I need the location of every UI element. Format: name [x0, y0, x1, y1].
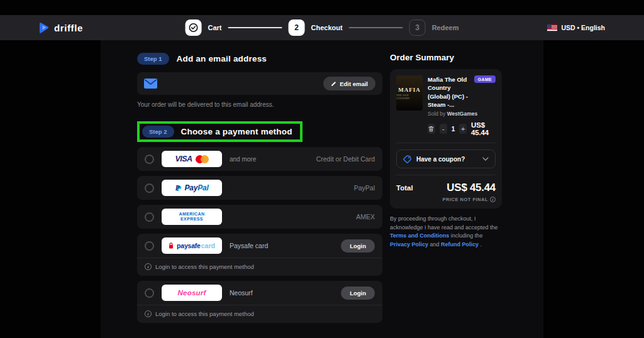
- step-cart-tile[interactable]: [186, 19, 202, 36]
- total-value: US$ 45.44: [447, 182, 496, 194]
- price-not-final-note: PRICE NOT FINAL i: [396, 197, 496, 202]
- radio-paysafecard[interactable]: [145, 241, 154, 251]
- checkout-stepper: Cart 2 Checkout 3 Redeem: [186, 15, 459, 40]
- paypal-logo: P P PayPal: [162, 180, 222, 196]
- product-thumbnail: MAFIA THE OLD COUNTRY: [396, 75, 423, 111]
- step1-badge: Step 1: [137, 53, 169, 65]
- us-flag-icon: [547, 25, 557, 31]
- info-icon: i: [145, 263, 152, 270]
- quantity-value: 1: [452, 126, 455, 133]
- product-title: Mafia The Old Country (Global) (PC) - St…: [428, 75, 470, 109]
- paypal-label: PayPal: [354, 184, 375, 192]
- step-cart-label[interactable]: Cart: [208, 24, 222, 31]
- coupon-tag-icon: [403, 155, 411, 163]
- chevron-down-icon: [482, 157, 489, 161]
- payment-option-card: P P PayPal PayPal: [137, 176, 382, 200]
- order-summary-column: Order Summary MAFIA THE OLD COUNTRY Mafi…: [390, 53, 502, 249]
- divider: [396, 143, 496, 143]
- brand-name: driffle: [54, 23, 83, 33]
- neosurf-caption: Neosurf: [230, 289, 253, 297]
- total-label: Total: [396, 182, 413, 192]
- sold-by: Sold by WestGames: [428, 111, 496, 117]
- email-step-header: Step 1 Add an email address: [137, 53, 382, 65]
- edit-email-label: Edit email: [340, 80, 368, 87]
- payment-option-paysafecard[interactable]: paysafecard Paysafe card Login: [137, 234, 382, 258]
- payment-option-paypal[interactable]: P P PayPal PayPal: [137, 176, 382, 200]
- currency-language-selector[interactable]: USD • English: [547, 24, 605, 31]
- email-icon: [144, 79, 157, 89]
- quantity-increase-button[interactable]: +: [459, 124, 467, 134]
- terms-link[interactable]: Terms and Conditions: [390, 232, 449, 239]
- driffle-logo[interactable]: driffle: [39, 22, 83, 34]
- info-icon: i: [490, 197, 496, 202]
- radio-credit-card[interactable]: [145, 155, 154, 164]
- payment-option-card: VISA and more Credit or Debit Card: [137, 147, 382, 171]
- email-delivery-note: Your order will be delivered to this ema…: [137, 101, 382, 108]
- paysafecard-caption: Paysafe card: [230, 242, 268, 249]
- edit-email-button[interactable]: Edit email: [323, 77, 375, 90]
- quantity-stepper: - 1 + US$ 45.44: [428, 121, 496, 136]
- email-card: Edit email: [137, 72, 382, 95]
- payment-option-neosurf[interactable]: Neosurf Neosurf Login: [137, 281, 382, 305]
- email-step-title: Add an email address: [177, 54, 267, 63]
- step-redeem-label: Redeem: [432, 24, 459, 31]
- step-checkout-label[interactable]: Checkout: [311, 24, 343, 31]
- coupon-label: Have a coupon?: [416, 156, 465, 163]
- trash-icon: [428, 126, 434, 132]
- amex-label: AMEX: [356, 213, 375, 221]
- total-row: Total US$ 45.44: [396, 182, 496, 194]
- visa-mastercard-logo: VISA: [162, 151, 222, 167]
- payment-option-card: Neosurf Neosurf Login i Login to access …: [137, 281, 382, 323]
- payment-option-amex[interactable]: AMERICAN EXPRESS AMEX: [137, 205, 382, 229]
- paysafecard-login-button[interactable]: Login: [341, 239, 375, 253]
- item-price: US$ 45.44: [471, 121, 496, 136]
- privacy-policy-link[interactable]: Privacy Policy: [390, 241, 428, 248]
- payment-option-credit-card[interactable]: VISA and more Credit or Debit Card: [137, 147, 382, 171]
- amex-logo: AMERICAN EXPRESS: [162, 209, 222, 225]
- legal-disclaimer: By proceeding through checkout, I acknow…: [390, 215, 502, 249]
- order-summary-title: Order Summary: [390, 53, 502, 62]
- radio-paypal[interactable]: [145, 183, 154, 193]
- step2-badge: Step 2: [142, 126, 174, 138]
- neosurf-login-note: i Login to access this payment method: [137, 305, 382, 323]
- radio-amex[interactable]: [145, 212, 154, 222]
- paysafecard-logo: paysafecard: [162, 237, 222, 254]
- visa-logo: VISA: [175, 155, 192, 163]
- checkout-page: driffle Cart 2 Checkout 3 Redeem USD • E…: [0, 0, 644, 338]
- stepper-line-1: [228, 27, 282, 28]
- check-circle-icon: [189, 23, 199, 33]
- paysafecard-login-note: i Login to access this payment method: [137, 258, 382, 276]
- payment-option-card: AMERICAN EXPRESS AMEX: [137, 205, 382, 229]
- driffle-logo-icon: [39, 22, 50, 34]
- neosurf-login-button[interactable]: Login: [341, 286, 375, 300]
- stepper-line-2: [349, 27, 403, 28]
- radio-neosurf[interactable]: [145, 288, 154, 298]
- seller-name: WestGames: [447, 111, 478, 117]
- paypal-p-icon: P P: [175, 184, 181, 192]
- pencil-icon: [331, 81, 336, 87]
- divider: [396, 175, 496, 175]
- checkout-main-column: Step 1 Add an email address Edit email Y…: [137, 53, 382, 323]
- payment-step-title: Choose a payment method: [181, 127, 292, 136]
- locale-label: USD • English: [561, 24, 605, 31]
- remove-item-button[interactable]: [428, 124, 435, 134]
- step-redeem-tile: 3: [409, 19, 426, 36]
- order-summary-card: MAFIA THE OLD COUNTRY Mafia The Old Coun…: [390, 69, 502, 209]
- step-checkout-tile[interactable]: 2: [289, 19, 305, 36]
- payment-step-highlight-box: Step 2 Choose a payment method: [137, 121, 303, 142]
- neosurf-logo: Neosurf: [162, 285, 222, 301]
- paysafe-lock-icon: [169, 243, 174, 249]
- product-row: MAFIA THE OLD COUNTRY Mafia The Old Coun…: [396, 75, 496, 136]
- coupon-accordion[interactable]: Have a coupon?: [396, 150, 496, 168]
- refund-policy-link[interactable]: Refund Policy: [441, 241, 479, 248]
- payment-option-card: paysafecard Paysafe card Login i Login t…: [137, 234, 382, 276]
- navbar: driffle Cart 2 Checkout 3 Redeem USD • E…: [0, 15, 644, 40]
- credit-card-label: Credit or Debit Card: [316, 155, 375, 163]
- info-icon: i: [145, 310, 152, 317]
- mastercard-logo: [196, 155, 209, 163]
- quantity-decrease-button[interactable]: -: [440, 124, 447, 134]
- game-type-badge: GAME: [474, 75, 496, 83]
- and-more-caption: and more: [230, 156, 256, 163]
